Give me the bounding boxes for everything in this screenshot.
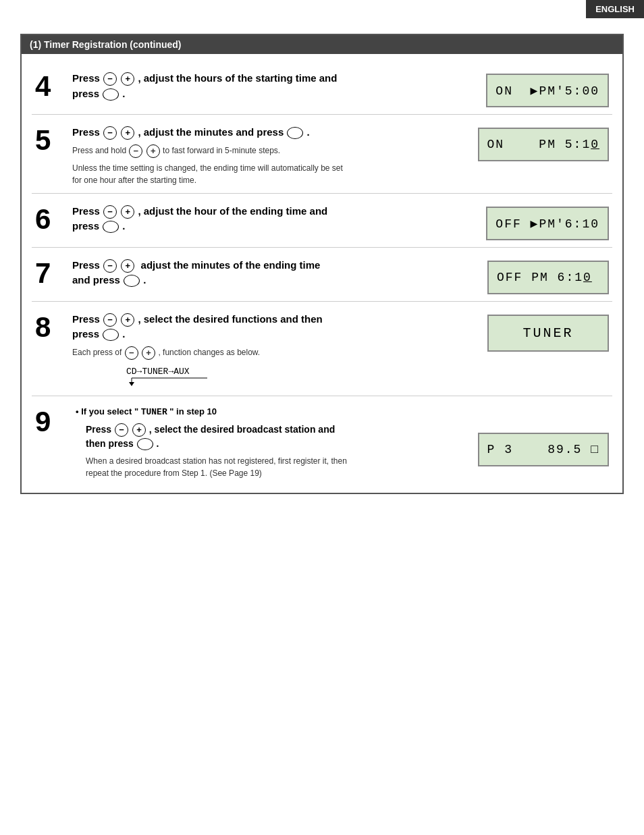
main-content: (1) Timer Registration (continued) 4 Pre… bbox=[20, 34, 624, 494]
flow-back-arrow bbox=[126, 377, 214, 387]
step-4-number: 4 bbox=[35, 71, 69, 101]
flow-diagram: CD→TUNER→AUX bbox=[126, 367, 474, 389]
enter-btn-5[interactable] bbox=[287, 127, 303, 139]
steps-container: 4 Press − + , adjust the hours of the st… bbox=[22, 54, 622, 493]
step-4-text: Press − + , adjust the hours of the star… bbox=[72, 71, 473, 101]
step-9-sub: Press − + , select the desired broadcast… bbox=[72, 423, 464, 479]
step-7-content: Press − + adjust the minutes of the endi… bbox=[69, 258, 474, 292]
flow-line: CD→TUNER→AUX bbox=[126, 367, 214, 377]
step-6-number: 6 bbox=[35, 204, 69, 234]
step-7-row: 7 Press − + adjust the minutes of the en… bbox=[32, 248, 612, 302]
step-5-lcd: ON PM 5:10 bbox=[478, 128, 609, 161]
step-8-note1: Each press of − + , function changes as … bbox=[72, 346, 474, 360]
step-5-text: Press − + , adjust the minutes and press… bbox=[72, 125, 464, 140]
step-8-text: Press − + , select the desired functions… bbox=[72, 312, 474, 342]
step-5-display: ON PM 5:10 bbox=[478, 128, 609, 161]
minus-btn-5[interactable]: − bbox=[103, 126, 117, 140]
minus-btn-4[interactable]: − bbox=[103, 72, 117, 86]
step-4-display: ON ▶PM'5:00 bbox=[486, 74, 609, 107]
plus-btn-5[interactable]: + bbox=[121, 126, 134, 140]
step-7-number: 7 bbox=[35, 258, 69, 288]
step-4-lcd: ON ▶PM'5:00 bbox=[486, 74, 609, 107]
step-5-note2: Unless the time setting is changed, the … bbox=[72, 162, 464, 186]
enter-btn-6[interactable] bbox=[103, 221, 119, 233]
step-9-note1: When a desired broadcast station has not… bbox=[86, 455, 464, 479]
step-6-lcd: OFF ▶PM'6:10 bbox=[486, 207, 609, 240]
step-7-display: OFF PM 6:10 bbox=[487, 261, 609, 294]
plus-btn-8[interactable]: + bbox=[121, 313, 134, 327]
step-6-row: 6 Press − + , adjust the hour of the end… bbox=[32, 194, 612, 248]
enter-btn-7[interactable] bbox=[124, 275, 140, 287]
step-9-row: 9 • If you select " TUNER " in step 10 P… bbox=[32, 396, 612, 486]
step-5-note1: Press and hold − + to fast forward in 5-… bbox=[72, 144, 464, 158]
minus-btn-8[interactable]: − bbox=[103, 313, 117, 327]
minus-btn-5b[interactable]: − bbox=[129, 144, 142, 158]
step-9-lcd: P 3 89.5 □ bbox=[478, 433, 609, 466]
step-7-text: Press − + adjust the minutes of the endi… bbox=[72, 258, 474, 288]
step-8-display: TUNER bbox=[487, 315, 609, 352]
step-4-row: 4 Press − + , adjust the hours of the st… bbox=[32, 61, 612, 115]
step-5-row: 5 Press − + , adjust the minutes and pre… bbox=[32, 115, 612, 194]
svg-marker-2 bbox=[129, 382, 134, 386]
step-4-content: Press − + , adjust the hours of the star… bbox=[69, 71, 473, 105]
minus-btn-6[interactable]: − bbox=[103, 205, 117, 219]
step-9-bullet: • If you select " TUNER " in step 10 bbox=[72, 406, 464, 417]
section-title: (1) Timer Registration (continued) bbox=[22, 35, 622, 54]
enter-btn-9[interactable] bbox=[137, 438, 153, 450]
step-8-row: 8 Press − + , select the desired functio… bbox=[32, 302, 612, 396]
step-8-number: 8 bbox=[35, 312, 69, 342]
step-7-lcd: OFF PM 6:10 bbox=[487, 261, 609, 294]
minus-btn-7[interactable]: − bbox=[103, 259, 117, 273]
step-8-lcd: TUNER bbox=[487, 315, 609, 352]
enter-btn-8[interactable] bbox=[103, 329, 119, 341]
step-9-content: • If you select " TUNER " in step 10 Pre… bbox=[69, 406, 464, 479]
step-6-text: Press − + , adjust the hour of the endin… bbox=[72, 204, 473, 234]
step-8-content: Press − + , select the desired functions… bbox=[69, 312, 474, 389]
enter-btn-4[interactable] bbox=[103, 88, 119, 101]
plus-btn-5b[interactable]: + bbox=[146, 144, 160, 158]
language-label: ENGLISH bbox=[586, 0, 644, 18]
plus-btn-4[interactable]: + bbox=[121, 72, 134, 86]
step-9-display: P 3 89.5 □ bbox=[478, 409, 609, 466]
plus-btn-9[interactable]: + bbox=[132, 423, 146, 437]
plus-btn-7[interactable]: + bbox=[121, 259, 134, 273]
plus-btn-6[interactable]: + bbox=[121, 205, 134, 219]
step-9-number: 9 bbox=[35, 406, 69, 436]
step-5-number: 5 bbox=[35, 125, 69, 155]
step-9-text: Press − + , select the desired broadcast… bbox=[86, 423, 464, 451]
step-6-content: Press − + , adjust the hour of the endin… bbox=[69, 204, 473, 238]
step-6-display: OFF ▶PM'6:10 bbox=[486, 207, 609, 240]
minus-btn-9[interactable]: − bbox=[115, 423, 128, 437]
plus-btn-8b[interactable]: + bbox=[142, 346, 155, 360]
minus-btn-8b[interactable]: − bbox=[125, 346, 138, 360]
step-5-content: Press − + , adjust the minutes and press… bbox=[69, 125, 464, 186]
